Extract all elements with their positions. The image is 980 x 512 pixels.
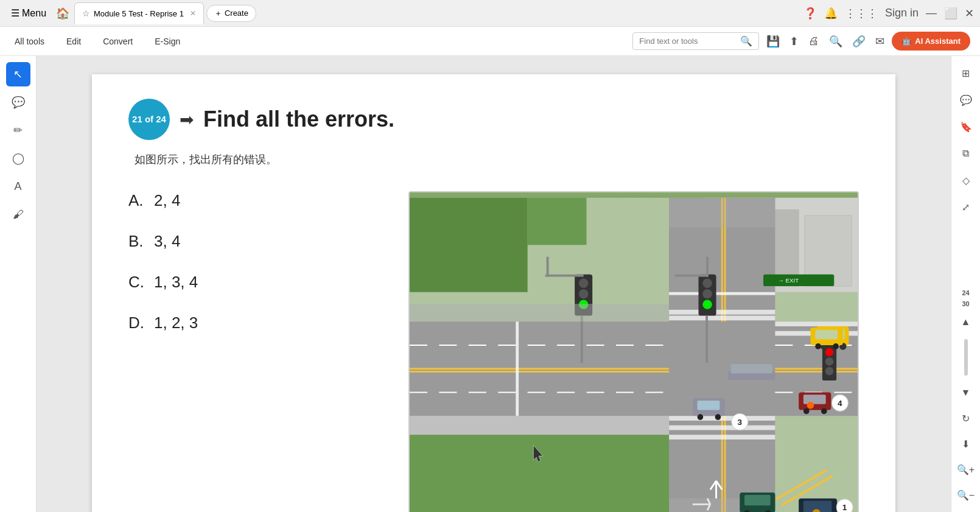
home-icon[interactable]: 🏠	[56, 7, 69, 20]
question-subtitle: 如图所示，找出所有的错误。	[135, 152, 859, 167]
close-icon[interactable]: ✕	[965, 7, 974, 20]
download-icon[interactable]: ⬇	[955, 433, 977, 455]
svg-rect-45	[581, 316, 583, 363]
page-number-24: 24	[962, 289, 969, 296]
ai-assistant-button[interactable]: 🤖 AI Assistant	[892, 32, 970, 51]
upload-icon[interactable]: ⬆	[789, 35, 799, 48]
option-d: D. 1, 2, 3	[128, 314, 384, 332]
question-title: Find all the errors.	[203, 107, 394, 132]
svg-text:1: 1	[842, 503, 847, 512]
option-a-value: 2, 4	[154, 191, 180, 210]
text-box-tool[interactable]: A	[6, 174, 30, 198]
right-sidebar: ⊞ 💬 🔖 ⧉ ◇ ⤢ 24 30 ▲ ▼ ↻ ⬇ 🔍+ 🔍−	[951, 56, 980, 512]
edit-menu[interactable]: Edit	[61, 34, 86, 49]
right-sidebar-bottom: 24 30 ▲ ▼ ↻ ⬇ 🔍+ 🔍−	[955, 289, 977, 506]
svg-rect-47	[547, 257, 549, 277]
option-c-letter: C.	[128, 273, 147, 292]
maximize-icon[interactable]: ⬜	[944, 7, 957, 20]
svg-rect-70	[698, 401, 720, 410]
bookmark-icon[interactable]: 🔖	[955, 116, 977, 138]
star-icon: ☆	[82, 9, 90, 18]
create-button[interactable]: ＋ Create	[206, 5, 256, 22]
convert-menu[interactable]: Convert	[98, 34, 138, 49]
scroll-up-icon[interactable]: ▲	[955, 311, 977, 333]
intersection-image: → EXIT	[408, 191, 859, 512]
svg-rect-24	[669, 435, 775, 440]
copy-icon[interactable]: ⧉	[955, 142, 977, 164]
svg-rect-50	[675, 275, 709, 277]
svg-rect-25	[669, 316, 775, 321]
mail-icon[interactable]: ✉	[875, 35, 884, 48]
option-b-value: 3, 4	[154, 232, 180, 251]
svg-text:4: 4	[838, 399, 842, 408]
tab-area: ☆ Module 5 Test - Reprise 1 ✕ ＋ Create	[74, 2, 799, 24]
highlight-tool[interactable]: 🖌	[6, 202, 30, 226]
print-icon[interactable]: 🖨	[808, 35, 819, 47]
menu-button[interactable]: ☰ Menu	[6, 5, 51, 21]
svg-rect-46	[545, 275, 584, 277]
scroll-indicator[interactable]	[964, 339, 968, 376]
link-icon[interactable]: 🔗	[852, 35, 866, 48]
zoom-out-icon[interactable]: 🔍−	[955, 484, 977, 506]
esign-menu[interactable]: E-Sign	[150, 34, 185, 49]
cursor-tool[interactable]: ↖	[6, 62, 30, 86]
svg-rect-26	[669, 310, 775, 315]
svg-point-67	[815, 343, 821, 349]
search-input[interactable]	[639, 37, 737, 46]
add-comment-tool[interactable]: 💬	[6, 90, 30, 114]
refresh-icon[interactable]: ↻	[955, 407, 977, 429]
svg-point-39	[702, 289, 712, 298]
active-tab[interactable]: ☆ Module 5 Test - Reprise 1 ✕	[74, 2, 204, 24]
tab-title: Module 5 Test - Reprise 1	[94, 9, 184, 18]
svg-point-78	[821, 409, 827, 415]
intersection-scene: → EXIT	[410, 192, 858, 512]
svg-point-77	[803, 409, 810, 415]
search-box[interactable]: 🔍	[632, 32, 759, 50]
scroll-down-icon[interactable]: ▼	[955, 382, 977, 404]
toolbar-right: 🔍 💾 ⬆ 🖨 🔍 🔗 ✉ 🤖 AI Assistant	[632, 32, 970, 51]
option-a-letter: A.	[128, 191, 147, 210]
content-row: A. 2, 4 B. 3, 4 C. 1, 3, 4 D. 1, 2, 3	[128, 191, 859, 512]
save-icon[interactable]: 💾	[766, 35, 780, 48]
svg-point-72	[715, 414, 721, 420]
option-b-letter: B.	[128, 232, 147, 251]
apps-icon[interactable]: ⋮⋮⋮	[845, 7, 878, 20]
tab-close-icon[interactable]: ✕	[190, 9, 196, 18]
document-page: 21 of 24 ➡ Find all the errors. 如图所示，找出所…	[92, 74, 895, 512]
left-sidebar: ↖ 💬 ✏ ◯ A 🖌	[0, 56, 37, 512]
toolbar-icons: 💾 ⬆ 🖨 🔍 🔗 ✉	[766, 35, 884, 48]
zoom-in-icon[interactable]: 🔍+	[955, 458, 977, 480]
option-a: A. 2, 4	[128, 191, 384, 210]
minimize-icon[interactable]: —	[926, 7, 937, 19]
lasso-tool[interactable]: ◯	[6, 146, 30, 170]
option-b: B. 3, 4	[128, 232, 384, 251]
annotate-icon[interactable]: 🔍	[829, 35, 842, 48]
svg-point-40	[702, 300, 712, 309]
chat-icon[interactable]: 💬	[955, 89, 977, 111]
svg-rect-76	[803, 395, 826, 404]
create-label: Create	[225, 9, 248, 18]
browser-bar: ☰ Menu 🏠 ☆ Module 5 Test - Reprise 1 ✕ ＋…	[0, 0, 980, 27]
panel-right-icon[interactable]: ⊞	[955, 62, 977, 84]
main-toolbar: All tools Edit Convert E-Sign 🔍 💾 ⬆ 🖨 🔍 …	[0, 27, 980, 56]
expand-icon[interactable]: ⤢	[955, 196, 977, 218]
bell-icon[interactable]: 🔔	[824, 7, 838, 20]
svg-text:→ EXIT: → EXIT	[778, 277, 799, 284]
option-c: C. 1, 3, 4	[128, 273, 384, 292]
svg-rect-32	[669, 292, 775, 295]
svg-rect-55	[669, 198, 775, 227]
svg-rect-108	[410, 416, 669, 435]
sign-in-button[interactable]: Sign in	[885, 7, 919, 19]
svg-point-44	[825, 367, 834, 376]
all-tools-menu[interactable]: All tools	[10, 34, 49, 49]
search-icon: 🔍	[740, 35, 752, 47]
arrow-icon: ➡	[180, 110, 194, 130]
option-d-letter: D.	[128, 314, 147, 332]
help-icon[interactable]: ❓	[803, 7, 817, 20]
svg-rect-106	[731, 364, 772, 373]
svg-point-68	[833, 343, 839, 349]
shapes-icon[interactable]: ◇	[955, 169, 977, 191]
pencil-tool[interactable]: ✏	[6, 118, 30, 142]
svg-point-42	[825, 348, 834, 357]
svg-point-43	[825, 357, 834, 366]
